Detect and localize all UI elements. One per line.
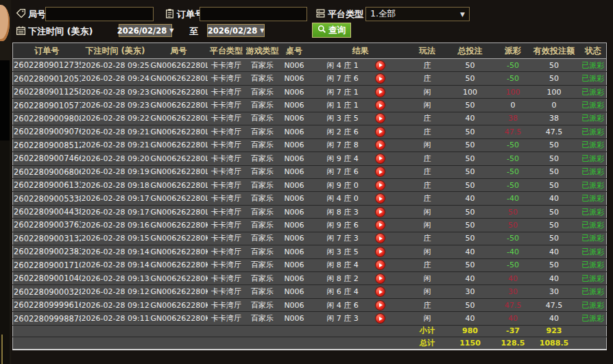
replay-icon[interactable] xyxy=(376,208,385,217)
status: 已派彩 xyxy=(580,192,607,205)
result-cell: 闲 6 庄 4 xyxy=(309,285,412,298)
payout: 40 xyxy=(498,272,529,285)
replay-icon[interactable] xyxy=(376,128,385,136)
table-row: 2602280900907622026-02-28 09:21:41GN0062… xyxy=(13,125,607,138)
replay-icon[interactable] xyxy=(376,154,385,163)
platform-type: 卡卡湾厅 xyxy=(208,192,245,205)
replay-icon[interactable] xyxy=(376,247,385,256)
result-text: 闲 9 庄 0 xyxy=(310,180,376,191)
valid-bet: 30 xyxy=(529,285,580,298)
platform-type: 卡卡湾厅 xyxy=(208,205,245,218)
subtotal-status-empty xyxy=(580,325,607,337)
order-number: 260228090112585 xyxy=(13,85,81,98)
status: 已派彩 xyxy=(580,205,607,218)
replay-icon[interactable] xyxy=(376,114,385,123)
col-header-game-type: 游戏类型 xyxy=(245,43,280,59)
result-cell: 闲 1 庄 1 xyxy=(309,99,412,112)
valid-bet: 40 xyxy=(529,245,580,258)
table-number: N006 xyxy=(280,205,309,218)
search-button[interactable]: 查询 xyxy=(312,23,351,38)
replay-icon[interactable] xyxy=(376,274,385,283)
game-type: 百家乐 xyxy=(245,258,280,271)
game-type: 百家乐 xyxy=(245,232,280,245)
valid-bet: 50 xyxy=(529,219,580,232)
platform-type: 卡卡湾厅 xyxy=(208,312,245,325)
payout: -50 xyxy=(498,165,529,178)
grand-total-spacer xyxy=(13,337,412,350)
replay-icon[interactable] xyxy=(376,221,385,230)
bet-time: 2026-02-28 09:24:34 xyxy=(81,72,150,85)
order-number: 260228090090762 xyxy=(13,125,81,138)
table-row: 2602280900171012026-02-28 09:14:15GN0062… xyxy=(13,258,607,271)
replay-icon[interactable] xyxy=(376,314,385,323)
platform-type-select[interactable]: 1.全部 ▼ xyxy=(365,7,470,21)
replay-icon[interactable] xyxy=(376,260,385,269)
status: 已派彩 xyxy=(580,298,607,311)
result-text: 闲 4 庄 6 xyxy=(310,300,376,311)
bet-time: 2026-02-28 09:17:53 xyxy=(81,192,150,205)
game-type: 百家乐 xyxy=(245,72,280,85)
play-type: 庄 xyxy=(412,112,443,125)
round-number: GN006262280KV xyxy=(150,272,208,285)
result-text: 闲 8 庄 3 xyxy=(310,207,376,217)
status: 已派彩 xyxy=(580,138,607,151)
order-number: 260228090017101 xyxy=(13,258,81,271)
play-type: 闲 xyxy=(412,285,443,298)
payout: -50 xyxy=(498,72,529,85)
table-row: 2602280999887892026-02-28 09:11:19GN0062… xyxy=(13,312,607,325)
game-type: 百家乐 xyxy=(245,272,280,285)
valid-bet: 50 xyxy=(529,258,580,271)
replay-icon[interactable] xyxy=(376,88,385,97)
result-cell: 闲 7 庄 1 xyxy=(309,85,412,98)
grand-total-status-empty xyxy=(580,337,607,350)
replay-icon[interactable] xyxy=(376,181,385,190)
result-cell: 闲 7 庄 3 xyxy=(309,232,412,245)
table-row: 2602280901273522026-02-28 09:25:09GN0062… xyxy=(13,59,607,72)
table-number: N006 xyxy=(280,312,309,325)
table-number: N006 xyxy=(280,72,309,85)
status: 已派彩 xyxy=(580,272,607,285)
bet-time: 2026-02-28 09:20:00 xyxy=(81,152,150,165)
play-type: 闲 xyxy=(412,245,443,258)
result-text: 闲 7 庄 3 xyxy=(310,313,376,324)
result-text: 闲 8 庄 4 xyxy=(310,260,376,270)
total-bet: 40 xyxy=(443,245,498,258)
status: 已派彩 xyxy=(580,152,607,165)
replay-icon[interactable] xyxy=(376,234,385,243)
order-number-label: 订单号 xyxy=(165,8,204,21)
bet-time: 2026-02-28 09:13:33 xyxy=(81,272,150,285)
total-bet: 40 xyxy=(443,112,498,125)
valid-bet: 47.5 xyxy=(529,298,580,311)
table-row: 2602280900313222026-02-28 09:15:45GN0062… xyxy=(13,232,607,245)
order-number: 260228090037634 xyxy=(13,219,81,232)
chevron-down-icon: ▼ xyxy=(460,11,465,18)
replay-icon[interactable] xyxy=(376,167,385,176)
replay-icon[interactable] xyxy=(376,141,385,149)
order-number: 260228090003287 xyxy=(13,285,81,298)
replay-icon[interactable] xyxy=(376,101,385,110)
order-number-input[interactable] xyxy=(200,7,307,21)
search-icon xyxy=(317,25,326,36)
bet-time: 2026-02-28 09:23:05 xyxy=(81,99,150,112)
round-number-input[interactable] xyxy=(45,7,154,21)
platform-type-selected-value: 1.全部 xyxy=(370,8,396,20)
payout: 40 xyxy=(498,312,529,325)
date-from-picker[interactable]: 2026/02/28 ▼ xyxy=(119,24,172,37)
order-number: 260228090085129 xyxy=(13,138,81,151)
bet-time: 2026-02-28 09:15:45 xyxy=(81,232,150,245)
replay-icon[interactable] xyxy=(376,74,385,83)
result-text: 闲 7 庄 6 xyxy=(310,167,376,177)
platform-type: 卡卡湾厅 xyxy=(208,245,245,258)
replay-icon[interactable] xyxy=(376,61,385,70)
result-cell: 闲 8 庄 2 xyxy=(309,272,412,285)
valid-bet: 50 xyxy=(529,72,580,85)
valid-bet: 50 xyxy=(529,178,580,191)
replay-icon[interactable] xyxy=(376,287,385,296)
replay-icon[interactable] xyxy=(376,194,385,203)
platform-type: 卡卡湾厅 xyxy=(208,152,245,165)
platform-type: 卡卡湾厅 xyxy=(208,112,245,125)
game-type: 百家乐 xyxy=(245,165,280,178)
replay-icon[interactable] xyxy=(376,301,385,310)
play-type: 闲 xyxy=(412,272,443,285)
date-to-picker[interactable]: 2026/02/28 ▼ xyxy=(207,24,265,37)
